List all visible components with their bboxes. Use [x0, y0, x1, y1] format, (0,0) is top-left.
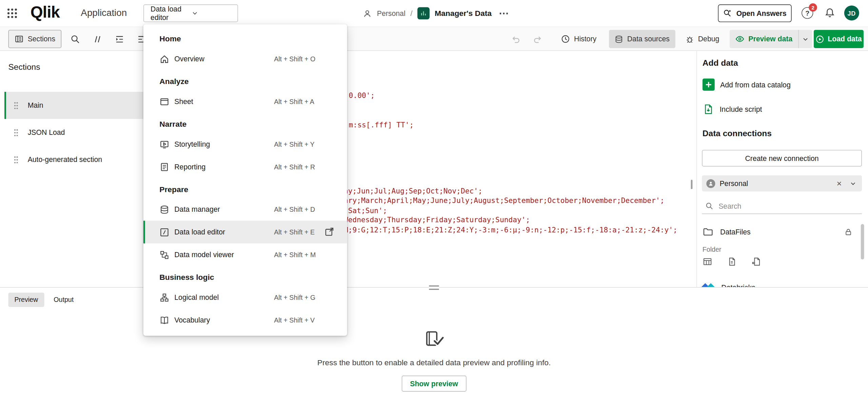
code-line: ary;March;April;May;June;July;August;Sep…: [344, 196, 665, 205]
menu-item-overview[interactable]: Overview Alt + Shift + O: [143, 47, 347, 70]
app-icon: [417, 7, 430, 19]
menu-item-shortcut: Alt + Shift + Y: [274, 140, 314, 148]
right-panel-scrollbar[interactable]: [861, 224, 864, 259]
open-in-new-icon[interactable]: [324, 227, 334, 236]
menu-item-logical-model[interactable]: Logical model Alt + Shift + G: [143, 286, 347, 309]
breadcrumb-space[interactable]: Personal: [377, 9, 406, 17]
data-manager-icon: [159, 204, 169, 214]
menu-item-shortcut: Alt + Shift + A: [274, 98, 314, 105]
show-preview-button[interactable]: Show preview: [402, 376, 467, 392]
logical-model-icon: [159, 292, 169, 302]
connection-type: Folder: [703, 246, 722, 253]
menu-item-data-model-viewer[interactable]: Data model viewer Alt + Shift + M: [143, 243, 347, 266]
menu-item-shortcut: Alt + Shift + D: [274, 206, 315, 213]
menu-item-sheet[interactable]: Sheet Alt + Shift + A: [143, 90, 347, 113]
data-connections-title: Data connections: [703, 128, 772, 138]
menu-item-vocabulary[interactable]: Vocabulary Alt + Shift + V: [143, 309, 347, 331]
code-line: Wednesday;Thursday;Friday;Saturday;Sunda…: [344, 215, 530, 225]
connection-row-databricks[interactable]: Databricks: [697, 278, 868, 287]
chevron-down-icon[interactable]: [850, 180, 856, 187]
section-row-auto-generated[interactable]: Auto-generated section: [4, 146, 166, 173]
menu-group-header: Analyze: [143, 70, 347, 90]
load-data-button[interactable]: Load data: [814, 30, 864, 48]
data-sources-toggle[interactable]: Data sources: [609, 30, 675, 48]
menu-group-header: Narrate: [143, 113, 347, 133]
insert-script-icon[interactable]: [727, 257, 737, 267]
panel-resize-grip[interactable]: [691, 180, 693, 189]
sections-panel: Sections Main JSON Load Auto-generated s…: [0, 51, 166, 287]
book-check-icon: [423, 330, 445, 349]
section-row-json-load[interactable]: JSON Load: [4, 119, 166, 146]
menu-item-shortcut: Alt + Shift + V: [274, 316, 315, 324]
section-row-main[interactable]: Main: [4, 92, 166, 119]
splitter-handle[interactable]: [429, 285, 439, 290]
view-selector[interactable]: Data load editor: [143, 4, 238, 22]
sections-toggle-button[interactable]: Sections: [8, 30, 61, 48]
preview-data-button[interactable]: Preview data: [730, 30, 798, 48]
edit-script-icon[interactable]: [751, 257, 761, 267]
menu-item-label: Logical model: [174, 293, 219, 301]
plus-icon: [703, 79, 715, 91]
menu-item-reporting[interactable]: Reporting Alt + Shift + R: [143, 156, 347, 178]
open-answers-button[interactable]: Open Answers: [718, 4, 792, 22]
menu-item-label: Sheet: [174, 97, 193, 105]
drag-handle-icon[interactable]: [14, 129, 18, 137]
search-icon: [705, 202, 713, 210]
menu-item-label: Overview: [174, 55, 204, 63]
tab-preview[interactable]: Preview: [8, 293, 44, 307]
search-icon[interactable]: [70, 34, 80, 44]
person-icon: [362, 8, 372, 18]
indent-icon[interactable]: [115, 34, 124, 44]
preview-data-caret[interactable]: [798, 30, 812, 48]
section-row-label: JSON Load: [28, 128, 65, 137]
menu-item-storytelling[interactable]: Storytelling Alt + Shift + Y: [143, 133, 347, 156]
more-icon[interactable]: ⋯: [497, 7, 512, 19]
person-circle-icon: [706, 179, 715, 188]
menu-item-shortcut: Alt + Shift + E: [274, 228, 315, 236]
editor-toolbar: Sections History Data sources Debug Prev…: [0, 26, 868, 51]
history-button[interactable]: History: [555, 30, 602, 48]
menu-item-label: Storytelling: [174, 140, 210, 148]
undo-icon[interactable]: [510, 34, 520, 44]
comment-toggle-icon[interactable]: [93, 34, 102, 44]
data-load-editor-icon: [159, 227, 169, 237]
top-bar: Qlik Application Data load editor Person…: [0, 0, 868, 26]
add-from-catalog-label: Add from data catalog: [720, 81, 791, 89]
breadcrumb-app-name[interactable]: Manager's Data: [435, 9, 492, 18]
menu-item-shortcut: Alt + Shift + R: [274, 163, 315, 171]
launcher-grid-icon[interactable]: [7, 8, 18, 19]
code-line: ay;Jun;Jul;Aug;Sep;Oct;Nov;Dec';: [344, 186, 482, 196]
debug-bug-icon: [685, 35, 694, 43]
search-input[interactable]: [718, 202, 862, 210]
connection-row-datafiles[interactable]: DataFiles: [697, 223, 868, 241]
select-data-icon[interactable]: [703, 257, 712, 267]
clear-filter-icon[interactable]: ✕: [836, 180, 842, 187]
history-label: History: [574, 35, 596, 43]
debug-button[interactable]: Debug: [680, 30, 725, 48]
add-from-catalog-button[interactable]: Add from data catalog: [697, 75, 868, 94]
menu-item-label: Data model viewer: [174, 251, 234, 259]
help-glyph: ?: [805, 9, 809, 17]
drag-handle-icon[interactable]: [14, 156, 18, 164]
create-connection-button[interactable]: Create new connection: [702, 150, 862, 166]
bell-icon[interactable]: [824, 7, 835, 18]
space-filter-select[interactable]: Personal ✕: [702, 175, 862, 191]
breadcrumb: Personal / Manager's Data ⋯: [362, 0, 511, 26]
menu-item-label: Data load editor: [174, 228, 225, 236]
include-script-button[interactable]: Include script: [697, 100, 868, 119]
menu-item-data-manager[interactable]: Data manager Alt + Shift + D: [143, 198, 347, 221]
load-data-label: Load data: [828, 35, 862, 43]
code-line: M;9:G;12:T;15:P;18:E;21:Z;24:Y;-3:m;-6:µ…: [344, 225, 677, 234]
redo-icon[interactable]: [533, 34, 543, 44]
connections-search: [702, 198, 862, 214]
menu-item-data-load-editor[interactable]: Data load editor Alt + Shift + E: [143, 221, 347, 243]
add-data-title: Add data: [703, 58, 738, 67]
connection-name: Databricks: [721, 283, 755, 287]
sheet-icon: [159, 97, 169, 106]
data-sources-label: Data sources: [627, 35, 670, 43]
tab-output[interactable]: Output: [47, 293, 80, 307]
avatar[interactable]: JD: [844, 5, 859, 20]
include-script-label: Include script: [719, 105, 762, 113]
app-root: Qlik Application Data load editor Person…: [0, 0, 868, 413]
drag-handle-icon[interactable]: [14, 102, 18, 109]
